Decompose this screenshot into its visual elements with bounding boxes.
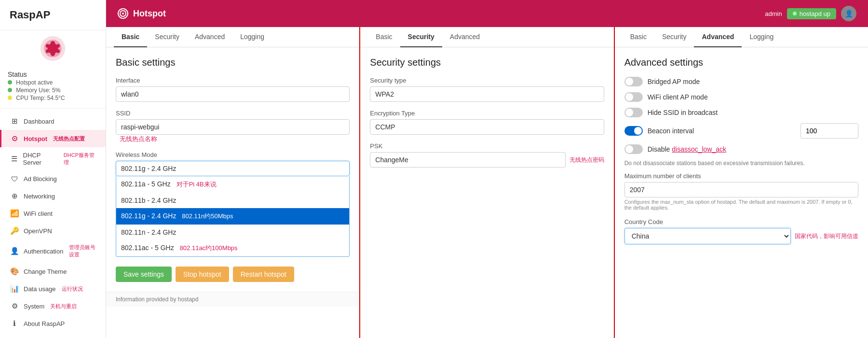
tab-logging-p1[interactable]: Logging	[232, 27, 272, 47]
hide-ssid-toggle[interactable]	[624, 108, 643, 117]
sidebar-item-openvpn[interactable]: 🔑 OpenVPN	[0, 222, 106, 239]
ssid-label: SSID	[116, 110, 350, 117]
wireless-mode-dropdown-container: 802.11g - 2.4 GHz 802.11a - 5 GHz 对于Pi 4…	[116, 161, 350, 257]
sidebar-item-label-wifi: WiFi client	[24, 210, 53, 217]
sidebar-nav: ⊞ Dashboard ⊙ Hotspot 无线热点配置 ☰ DHCP Serv…	[0, 109, 106, 338]
disassoc-toggle[interactable]	[624, 144, 643, 154]
wifi-client-ap-row: WiFi client AP mode	[624, 92, 858, 102]
wifi-client-ap-knob	[625, 93, 633, 101]
tab-advanced-p1[interactable]: Advanced	[187, 27, 232, 47]
sidebar-item-label-system: System	[24, 303, 44, 310]
encryption-field-group: Encryption Type	[370, 110, 604, 135]
tab-logging-p3[interactable]: Logging	[742, 27, 781, 47]
svg-point-7	[46, 49, 49, 53]
stop-hotspot-button[interactable]: Stop hotspot	[176, 267, 229, 282]
tab-basic-p1[interactable]: Basic	[114, 27, 147, 47]
sidebar-item-label-networking: Networking	[24, 193, 55, 200]
sidebar-item-about[interactable]: ℹ About RaspAP	[0, 315, 106, 332]
restart-hotspot-button[interactable]: Restart hotspot	[233, 267, 294, 282]
panel-advanced: Basic Security Advanced Logging Advanced…	[615, 27, 868, 338]
save-settings-button[interactable]: Save settings	[116, 267, 172, 282]
sidebar-item-networking[interactable]: ⊕ Networking	[0, 187, 106, 205]
wireless-option-ac5g[interactable]: 802.11ac - 5 GHz 802.11ac约100Mbps	[116, 240, 349, 256]
wireless-option-g24g[interactable]: 802.11g - 2.4 GHz 802.11n约50Mbps	[116, 208, 349, 225]
tab-security-p3[interactable]: Security	[654, 27, 694, 47]
bridged-ap-toggle[interactable]	[624, 77, 643, 86]
disassoc-info: Do not disassociate stations based on ex…	[624, 160, 858, 167]
wifi-icon: 📶	[10, 209, 19, 218]
tab-security-p1[interactable]: Security	[147, 27, 187, 47]
hostapd-dot	[793, 12, 797, 15]
svg-point-8	[46, 44, 49, 47]
interface-label: Interface	[116, 77, 350, 84]
hotspot-dot	[8, 80, 12, 84]
dhcp-icon: ☰	[10, 155, 18, 163]
sidebar-item-auth[interactable]: 👤 Authentication 管理员账号设置	[0, 239, 106, 263]
sidebar-item-label-about: About RaspAP	[24, 320, 65, 327]
beacon-interval-row: Beacon interval	[624, 123, 858, 139]
sidebar-item-label-dhcp: DHCP Server	[23, 152, 58, 166]
ssid-annotation: 无线热点名称	[120, 135, 157, 142]
ssid-input[interactable]	[116, 119, 350, 135]
hotspot-icon: ⊙	[10, 134, 19, 143]
auth-label-cn: 管理员账号设置	[69, 244, 97, 258]
country-code-select[interactable]: China United States United Kingdom Germa…	[624, 228, 791, 244]
action-buttons: Save settings Stop hotspot Restart hotsp…	[116, 267, 350, 282]
bridged-ap-row: Bridged AP mode	[624, 77, 858, 86]
country-code-row: China United States United Kingdom Germa…	[624, 228, 858, 244]
system-label-cn: 关机与重启	[50, 303, 77, 310]
interface-input[interactable]	[116, 86, 350, 102]
security-type-input[interactable]	[370, 86, 604, 102]
app-logo: RaspAP	[0, 0, 106, 30]
sidebar-item-label-openvpn: OpenVPN	[24, 227, 52, 235]
panel2-content: Security settings Security type Encrypti…	[360, 47, 613, 185]
sidebar-status: Status Hotspot active Memory Use: 5% CPU…	[0, 67, 106, 109]
wifi-client-ap-toggle[interactable]	[624, 92, 643, 102]
wireless-option-n24g[interactable]: 802.11n - 2.4 GHz	[116, 225, 349, 240]
tab-basic-p2[interactable]: Basic	[368, 27, 400, 47]
sidebar-item-system[interactable]: ⚙ System 关机与重启	[0, 297, 106, 315]
country-code-label: Country Code	[624, 218, 858, 225]
max-clients-input[interactable]	[624, 182, 858, 197]
svg-point-10	[122, 13, 124, 14]
hide-ssid-knob	[625, 109, 633, 116]
advanced-settings-title: Advanced settings	[624, 57, 858, 68]
sidebar-item-hotspot[interactable]: ⊙ Hotspot 无线热点配置	[0, 130, 106, 147]
sidebar-item-wificlient[interactable]: 📶 WiFi client	[0, 205, 106, 222]
beacon-interval-input[interactable]	[800, 123, 858, 139]
max-clients-field-group: Maximum number of clients Configures the…	[624, 172, 858, 211]
tab-advanced-p2[interactable]: Advanced	[442, 27, 488, 47]
raspi-logo	[40, 35, 66, 62]
user-avatar[interactable]: 👤	[841, 6, 856, 21]
wireless-option-b24g[interactable]: 802.11b - 2.4 GHz	[116, 193, 349, 208]
sidebar-item-theme[interactable]: 🎨 Change Theme	[0, 263, 106, 280]
beacon-interval-toggle[interactable]	[624, 126, 643, 136]
memory-status: Memory Use: 5%	[8, 87, 98, 94]
psk-input[interactable]	[370, 152, 565, 168]
sidebar-item-adblocking[interactable]: 🛡 Ad Blocking	[0, 170, 106, 187]
cpu-dot	[8, 96, 12, 100]
sidebar-item-label-auth: Authentication	[24, 248, 63, 255]
openvpn-icon: 🔑	[10, 226, 19, 235]
wireless-mode-selected[interactable]: 802.11g - 2.4 GHz	[116, 161, 350, 176]
wireless-mode-label: Wireless Mode	[116, 151, 350, 158]
sidebar-item-label-data: Data usage	[24, 285, 56, 293]
sidebar-item-data[interactable]: 📊 Data usage 运行状况	[0, 280, 106, 297]
sidebar: RaspAP Status Hotspot active Memory Use:…	[0, 0, 106, 338]
sidebar-item-dashboard[interactable]: ⊞ Dashboard	[0, 113, 106, 130]
basic-settings-title: Basic settings	[116, 57, 350, 68]
tab-advanced-p3[interactable]: Advanced	[694, 27, 742, 47]
memory-dot	[8, 88, 12, 92]
disassoc-link[interactable]: disassoc_low_ack	[672, 145, 726, 153]
sidebar-item-dhcp[interactable]: ☰ DHCP Server DHCP服务管理	[0, 147, 106, 170]
encryption-input[interactable]	[370, 119, 604, 135]
theme-icon: 🎨	[10, 267, 19, 276]
svg-point-5	[56, 49, 60, 53]
max-clients-info: Configures the max_num_sta option of hos…	[624, 199, 858, 211]
psk-label: PSK	[370, 142, 604, 150]
encryption-label: Encryption Type	[370, 110, 604, 117]
tab-basic-p3[interactable]: Basic	[623, 27, 654, 47]
content-area: Basic Security Advanced Logging Basic se…	[106, 27, 868, 338]
wireless-option-a5g[interactable]: 802.11a - 5 GHz 对于Pi 4B来说	[116, 176, 349, 193]
tab-security-p2[interactable]: Security	[400, 27, 442, 47]
